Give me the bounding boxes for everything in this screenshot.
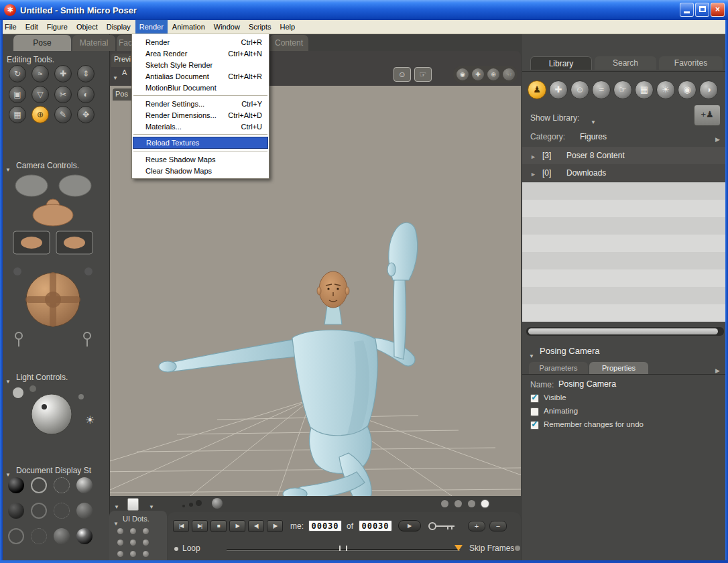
display-style-flat-shaded-icon[interactable] [54,503,70,519]
page-dot-3[interactable] [468,500,475,507]
footer-dropdown-icon[interactable] [114,499,119,511]
library-empty-list[interactable] [522,182,728,322]
menu-item-render-dimensions[interactable]: Render Dimensions...Ctrl+Alt+D [132,109,269,121]
remember-undo-checkbox[interactable] [530,421,539,430]
timeline-position-marker[interactable] [454,545,463,551]
menu-scripts[interactable]: Scripts [245,20,276,34]
play-button[interactable]: ▶ [229,520,245,532]
menu-item-motionblur-document[interactable]: MotionBlur Document [132,82,269,93]
document-display-collapse-icon[interactable] [5,467,11,479]
menu-item-sketch-style-render[interactable]: Sketch Style Render [132,59,269,70]
ui-dots-collapse-icon[interactable] [113,516,119,528]
light-controls-widget[interactable]: ☀ [3,382,104,444]
translate-inout-tool-icon[interactable]: ⇕ [77,65,95,82]
ui-dot-5[interactable] [130,540,136,546]
menu-figure[interactable]: Figure [43,20,72,34]
display-style-texture-shaded-icon[interactable] [54,528,70,544]
zoom-camera-icon[interactable]: ⊕ [487,68,499,80]
page-dot-4-active[interactable] [481,500,489,507]
chain-break-tool-icon[interactable]: ✂ [54,86,72,103]
frame-advance-button[interactable] [398,520,421,531]
menu-animation[interactable]: Animation [168,20,209,34]
menu-file[interactable]: File [1,20,21,34]
display-style-silhouette-icon[interactable] [8,477,24,493]
name-value[interactable]: Posing Camera [558,379,616,389]
tab-search[interactable]: Search [595,56,656,70]
taper-tool-icon[interactable]: ▽ [32,86,49,103]
pan-camera-icon[interactable]: ✚ [472,68,484,80]
visible-checkbox[interactable] [530,394,539,403]
grab-camera-icon[interactable]: ☜ [503,68,515,80]
library-expressions-icon[interactable]: ☺ [570,80,589,99]
library-materials-icon[interactable]: ◑ [699,80,718,99]
depth-sphere-icon[interactable] [212,498,223,509]
expand-icon[interactable] [530,169,536,178]
total-frames-field[interactable]: 00030 [359,520,392,531]
ui-dot-6[interactable] [143,540,149,546]
ui-dot-7[interactable] [117,551,123,557]
menu-item-render[interactable]: RenderCtrl+R [132,36,269,48]
minimize-button[interactable] [680,3,694,17]
stop-button[interactable]: ■ [210,520,227,532]
display-style-hidden-line-icon[interactable] [8,503,24,519]
display-style-flat-lined-icon[interactable] [76,503,93,519]
maximize-button[interactable] [695,3,709,17]
tab-properties[interactable]: Properties [589,362,648,374]
scrollbar-thumb[interactable] [528,328,718,334]
delete-keyframe-button[interactable] [489,521,507,531]
color-tool-icon[interactable]: ◐ [77,86,95,103]
menu-item-render-settings[interactable]: Render Settings...Ctrl+Y [132,98,269,109]
display-style-lit-wireframe-icon[interactable] [76,477,93,493]
library-horizontal-scrollbar[interactable] [526,327,724,336]
camera-controls-widget[interactable] [8,171,102,355]
previous-frame-button[interactable]: ◀| [248,520,264,532]
menu-item-antialias-document[interactable]: Antialias DocumentCtrl+Alt+R [132,70,269,82]
viewport-collapse-icon[interactable] [113,70,118,82]
tab-favorites[interactable]: Favorites [659,56,723,70]
library-item-downloads[interactable]: [0] Downloads [522,164,728,182]
skip-frames-toggle-dot[interactable] [515,546,520,551]
display-style-smooth-lined-icon[interactable] [31,528,47,544]
morphing-tool-icon[interactable]: ✎ [54,106,72,123]
titlebar[interactable]: Untitled - Smith Micro Poser [0,0,728,20]
footer-dropdown2-icon[interactable] [149,499,154,511]
add-to-library-icon[interactable]: +♟ [694,105,721,126]
last-frame-button[interactable]: ▶| [192,520,208,532]
display-style-outline-icon[interactable] [31,477,47,493]
loop-toggle-dot[interactable] [174,547,178,551]
expand-icon[interactable] [530,151,536,161]
library-figures-icon[interactable]: ♟ [528,80,546,99]
display-style-smooth-shaded-icon[interactable] [8,528,24,544]
menu-edit[interactable]: Edit [21,20,42,34]
ui-dot-1[interactable] [117,528,123,534]
menu-item-reuse-shadow-maps[interactable]: Reuse Shadow Maps [132,153,269,165]
view-magnifier-tool-icon[interactable]: ⊕ [32,106,49,123]
library-poses-icon[interactable]: ✚ [549,80,568,99]
library-props-icon[interactable]: ▦ [635,80,654,99]
posing-camera-collapse-icon[interactable] [529,349,534,361]
hand-camera-icon[interactable]: ☞ [414,67,432,82]
next-frame-button[interactable]: |▶ [267,520,283,532]
ui-dot-3[interactable] [143,528,149,534]
display-style-texture-icon[interactable] [76,528,93,544]
page-dot-2[interactable] [454,500,462,507]
rotate-tool-icon[interactable]: ↻ [9,65,26,82]
display-style-wireframe-icon[interactable] [54,477,70,493]
page-dot-1[interactable] [441,500,448,507]
menu-window[interactable]: Window [210,20,244,34]
first-frame-button[interactable]: |◀ [173,520,189,532]
menu-item-area-render[interactable]: Area RenderCtrl+Alt+N [132,48,269,59]
grouping-tool-icon[interactable]: ▦ [9,106,26,123]
tab-pose[interactable]: Pose [13,35,71,51]
add-keyframe-button[interactable] [468,521,485,531]
current-frame-field[interactable]: 00030 [308,520,342,531]
library-item-poser8[interactable]: [3] Poser 8 Content [522,147,728,165]
display-style-cartoon-icon[interactable] [31,503,47,519]
ui-dot-9[interactable] [143,551,149,557]
tab-parameters[interactable]: Parameters [529,362,588,374]
library-hair-icon[interactable]: ≈ [592,80,611,99]
tab-material[interactable]: Material [72,35,115,51]
ui-dot-2[interactable] [130,528,136,534]
menu-help[interactable]: Help [276,20,300,34]
library-cameras-icon[interactable]: ◉ [678,80,696,99]
